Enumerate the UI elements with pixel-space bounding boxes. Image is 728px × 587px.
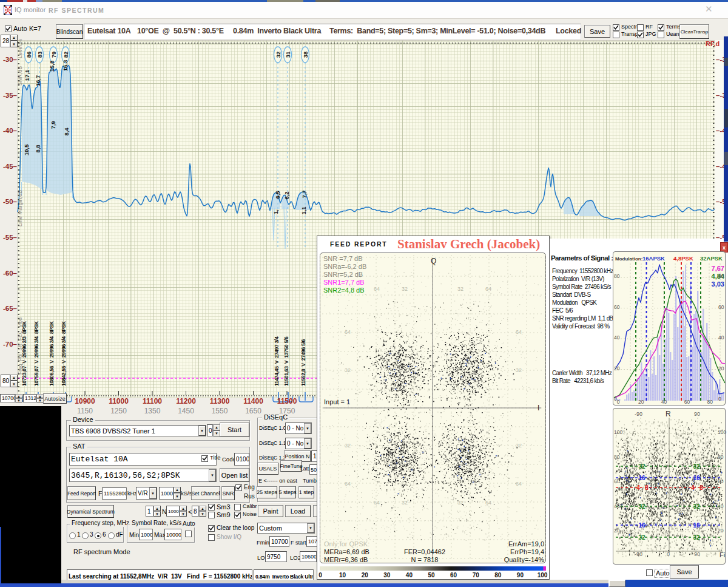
svg-text:32: 32 — [402, 500, 408, 506]
svg-text:10842,55 V 29996 3/4 8PSK: 10842,55 V 29996 3/4 8PSK — [61, 321, 67, 386]
svg-text:82: 82 — [62, 52, 69, 58]
svg-text:I: I — [538, 404, 539, 412]
svg-text:10806,56 V 29996 3/4 8PSK: 10806,56 V 29996 3/4 8PSK — [49, 321, 55, 386]
svg-text:83: 83 — [36, 52, 43, 58]
svg-text:11552,8 V 27496 5/6: 11552,8 V 27496 5/6 — [300, 339, 306, 386]
svg-text:64: 64 — [516, 481, 522, 487]
svg-text:10759,07 V 29996 3/4 8PSK: 10759,07 V 29996 3/4 8PSK — [33, 321, 39, 386]
svg-text:7,9: 7,9 — [50, 121, 56, 129]
svg-text:16: 16 — [693, 522, 700, 529]
svg-text:6,5: 6,5 — [274, 191, 281, 199]
svg-text:16: 16 — [693, 475, 700, 481]
svg-text:16: 16 — [638, 475, 645, 481]
svg-text:32: 32 — [693, 463, 700, 470]
svg-text:1,1: 1,1 — [300, 206, 307, 215]
svg-text:32: 32 — [516, 443, 522, 449]
svg-text:4: 4 — [691, 484, 695, 491]
svg-text:16,7: 16,7 — [35, 75, 41, 87]
svg-text:32: 32 — [693, 534, 700, 541]
svg-text:11474,45 V 27497 3/4: 11474,45 V 27497 3/4 — [274, 336, 280, 386]
svg-text:15,8: 15,8 — [49, 61, 55, 72]
svg-text:64: 64 — [345, 329, 351, 335]
svg-text:32: 32 — [638, 463, 645, 470]
svg-text:32: 32 — [693, 503, 700, 510]
svg-text:38: 38 — [302, 52, 309, 58]
svg-text:8,4: 8,4 — [63, 127, 70, 136]
svg-text:64: 64 — [516, 329, 522, 335]
svg-text:32: 32 — [402, 286, 408, 292]
svg-text:8,8: 8,8 — [35, 144, 41, 152]
svg-text:17,1: 17,1 — [24, 69, 30, 81]
svg-text:10723,07 V 29996 2/3 8PSK: 10723,07 V 29996 2/3 8PSK — [21, 321, 27, 386]
svg-text:32: 32 — [638, 503, 645, 510]
svg-text:31: 31 — [285, 51, 291, 58]
svg-text:32: 32 — [345, 443, 351, 449]
svg-text:7,7: 7,7 — [301, 190, 308, 198]
svg-text:4: 4 — [636, 484, 640, 491]
svg-text:32: 32 — [275, 52, 281, 58]
svg-text:1,: 1, — [272, 209, 279, 214]
svg-text:32: 32 — [516, 367, 522, 373]
svg-text:SNR,dB: SNR,dB — [17, 66, 23, 86]
svg-text:64: 64 — [345, 481, 351, 487]
svg-text:10,5: 10,5 — [23, 144, 30, 155]
svg-text:79: 79 — [50, 52, 57, 58]
svg-text:8: 8 — [699, 484, 703, 491]
svg-text:32: 32 — [345, 367, 351, 373]
svg-text:64: 64 — [485, 500, 491, 506]
svg-text:64: 64 — [485, 286, 491, 292]
svg-text:64: 64 — [374, 286, 380, 292]
svg-text:16: 16 — [638, 522, 645, 529]
svg-text:8: 8 — [645, 484, 649, 491]
svg-text:32: 32 — [638, 534, 645, 541]
svg-text:32: 32 — [457, 286, 463, 292]
svg-text:6,2: 6,2 — [283, 191, 290, 199]
svg-text:86: 86 — [25, 52, 32, 58]
svg-text:11501,63 V 13750 5/6: 11501,63 V 13750 5/6 — [283, 336, 289, 386]
svg-text:Q: Q — [431, 257, 436, 265]
svg-text:16,3: 16,3 — [62, 60, 69, 72]
